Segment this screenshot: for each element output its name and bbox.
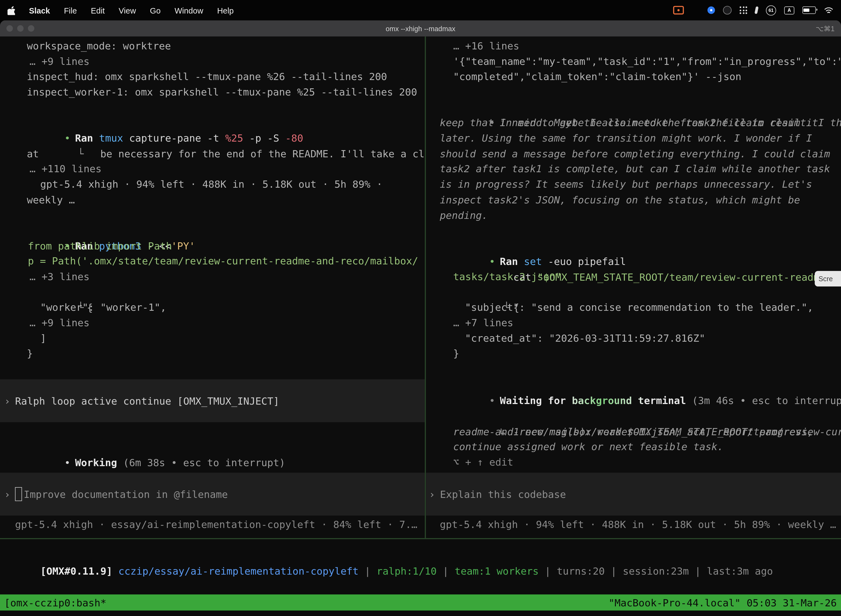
wifi-icon[interactable]: [824, 6, 834, 14]
collapsed-lines-note: … +9 lines: [29, 54, 90, 70]
collapsed-lines-note: … +9 lines: [29, 315, 90, 331]
menu-status-icons: 61 A: [673, 5, 834, 15]
left-terminal-pane: workspace_mode: worktree … +9 lines insp…: [0, 37, 425, 538]
output-line: }: [27, 346, 33, 362]
chevron-icon: ›: [429, 488, 435, 500]
clip-icon[interactable]: [755, 6, 759, 14]
output-corner-icon: └: [78, 146, 100, 162]
bullet-icon: •: [64, 455, 75, 471]
thinking-line: inspect task2's JSON, focusing on the st…: [440, 193, 800, 208]
output-line: "worker": "worker-1",: [40, 300, 166, 315]
thinking-line: should send a message before completing …: [440, 147, 830, 162]
thinking-line: pending.: [440, 208, 488, 224]
prompt-input-left[interactable]: › Improve documentation in @filename: [0, 473, 425, 516]
output-line: "completed","claim_token":"claim-token"}…: [453, 69, 742, 85]
command-line: tasks/task-2.json": [453, 269, 561, 285]
prompt-placeholder: Explain this codebase: [440, 488, 566, 500]
omx-ralph-counter: ralph:1/10: [377, 565, 437, 576]
terminal-app-icon[interactable]: [723, 6, 731, 14]
menu-item-view[interactable]: View: [119, 6, 136, 15]
chevron-icon: ›: [4, 488, 10, 500]
mailbox-note-line: continue assigned work or next feasible …: [453, 439, 724, 455]
menu-item-file[interactable]: File: [64, 6, 77, 15]
battery-icon[interactable]: [802, 6, 816, 14]
omx-version: [OMX#0.11.9]: [40, 565, 112, 576]
prompt-input-right[interactable]: › Explain this codebase: [426, 473, 841, 516]
collapsed-lines-note: … +3 lines: [29, 269, 90, 285]
omx-last-activity: last:3m ago: [707, 565, 773, 576]
model-status-line: gpt-5.4 xhigh · essay/ai-reimplementatio…: [15, 517, 417, 532]
terminal-window: omx --xhigh --madmax ⌥⌘1 workspace_mode:…: [0, 21, 841, 616]
ralph-loop-text: Ralph loop active continue [OMX_TMUX_INJ…: [15, 395, 279, 406]
window-titlebar: omx --xhigh --madmax ⌥⌘1: [0, 21, 841, 37]
window-title: omx --xhigh --madmax: [0, 21, 841, 37]
config-line: inspect_hud: omx sparkshell --tmux-pane …: [27, 69, 387, 85]
window-manager-icon[interactable]: [692, 7, 699, 13]
screen-sharing-tab[interactable]: Scre: [815, 271, 841, 286]
apple-logo-icon[interactable]: [7, 6, 15, 15]
output-line: }: [453, 346, 459, 362]
input-source-icon[interactable]: A: [784, 6, 794, 14]
output-line: '{"team_name":"my-team","task_id":"1","f…: [453, 54, 841, 70]
dots-grid-icon[interactable]: [740, 6, 747, 14]
output-line: at: [27, 147, 39, 162]
omx-team-workers: team:1 workers: [455, 565, 539, 576]
collapsed-lines-note: … +110 lines: [29, 161, 101, 177]
collapsed-lines-note: … +16 lines: [453, 39, 519, 54]
ralph-loop-banner: › Ralph loop active continue [OMX_TMUX_I…: [0, 379, 425, 422]
tmux-host-clock: "MacBook-Pro-44.local" 05:03 31-Mar-26: [609, 597, 837, 608]
output-line: "created_at": "2026-03-31T11:59:27.816Z": [465, 331, 705, 346]
config-line: inspect_worker-1: omx sparkshell --tmux-…: [27, 85, 417, 100]
text-cursor: [15, 487, 22, 501]
code-line: p = Path('.omx/state/team/review-current…: [28, 254, 418, 269]
output-line: weekly …: [27, 193, 75, 208]
window-shortcut-hint: ⌥⌘1: [816, 21, 834, 37]
code-line: from pathlib import Path: [28, 239, 172, 254]
menu-item-go[interactable]: Go: [150, 6, 161, 15]
screen-recording-indicator-icon[interactable]: [673, 6, 684, 14]
model-status-line: gpt-5.4 xhigh · 94% left · 488K in · 5.1…: [440, 517, 836, 532]
battery-nub: [816, 8, 818, 10]
battery-gauge-icon[interactable]: 61: [766, 5, 776, 15]
thinking-line: later. Using the same for transition mig…: [440, 131, 812, 146]
collapsed-lines-note: … +7 lines: [453, 315, 513, 331]
chevron-icon: ›: [4, 395, 10, 406]
omx-turns: turns:20: [557, 565, 605, 576]
right-terminal-pane: … +16 lines '{"team_name":"my-team","tas…: [426, 37, 841, 538]
menu-item-help[interactable]: Help: [217, 6, 234, 15]
edit-shortcut-hint: ⌥ + ↑ edit: [453, 455, 513, 470]
bullet-icon: •: [489, 393, 500, 408]
blue-app-icon[interactable]: [708, 6, 715, 14]
menu-app-name[interactable]: Slack: [29, 6, 50, 15]
macos-menu-bar: Slack File Edit View Go Window Help 61 A: [0, 0, 841, 21]
tmux-session-window: [omx-cczip0:bash*: [4, 597, 107, 608]
prompt-placeholder: Improve documentation in @filename: [24, 488, 228, 500]
omx-branch: cczip/essay/ai-reimplementation-copyleft: [112, 565, 358, 576]
tmux-status-bar: [omx-cczip0:bash* "MacBook-Pro-44.local"…: [0, 594, 841, 610]
thinking-line: is in progress? It seems likely but perh…: [440, 177, 812, 192]
omx-status-line: [OMX#0.11.9] cczip/essay/ai-reimplementa…: [4, 549, 773, 594]
output-line: ]: [40, 331, 46, 346]
config-line: workspace_mode: worktree: [27, 39, 171, 54]
menu-item-edit[interactable]: Edit: [91, 6, 105, 15]
thinking-line: task2 after task1 is complete, but can I…: [440, 161, 830, 177]
recording-dot: [677, 9, 680, 11]
menu-left: Slack File Edit View Go Window Help: [7, 6, 234, 15]
tmux-terminal: workspace_mode: worktree … +9 lines insp…: [0, 37, 841, 539]
output-line: "subject": "send a concise recommendatio…: [465, 300, 813, 315]
battery-fill: [803, 9, 809, 12]
omx-session-time: session:23m: [623, 565, 689, 576]
output-line: gpt-5.4 xhigh · 94% left · 488K in · 5.1…: [40, 177, 382, 192]
screen: Slack File Edit View Go Window Help 61 A: [0, 0, 841, 616]
mailbox-note-line: readme-and-reco/mailbox/worker-1.json, a…: [453, 424, 814, 440]
menu-item-window[interactable]: Window: [175, 6, 203, 15]
thinking-line: keep that in mind. Maybe I also need the…: [440, 115, 818, 131]
